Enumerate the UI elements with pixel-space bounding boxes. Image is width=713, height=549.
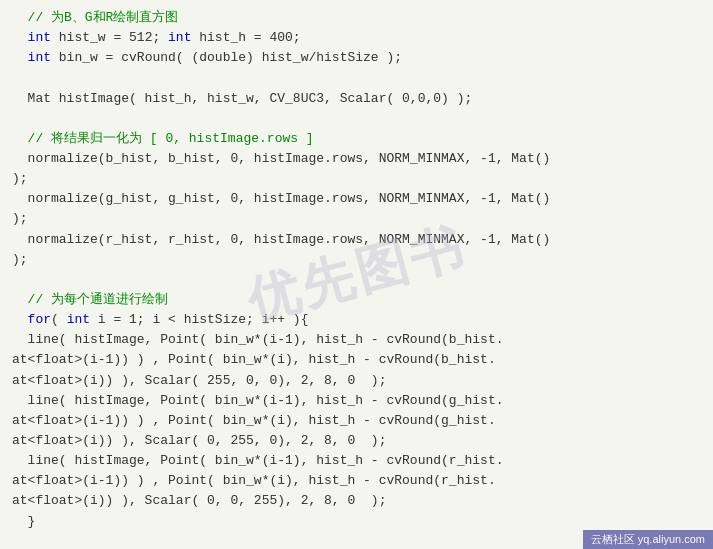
code-line-blank <box>0 109 713 129</box>
code-line-blank <box>0 270 713 290</box>
code-line: // 为每个通道进行绘制 <box>0 290 713 310</box>
code-line: // 为B、G和R绘制直方图 <box>0 8 713 28</box>
keyword-for: for <box>28 312 51 327</box>
code-line: ); <box>0 250 713 270</box>
code-line: at<float>(i)) ), Scalar( 255, 0, 0), 2, … <box>0 371 713 391</box>
code-line-blank <box>0 68 713 88</box>
code-line: line( histImage, Point( bin_w*(i-1), his… <box>0 330 713 350</box>
code-line: ); <box>0 169 713 189</box>
keyword-int2: int <box>168 30 191 45</box>
footer-bar: 云栖社区 yq.aliyun.com <box>583 530 713 549</box>
keyword-int: int <box>28 30 51 45</box>
code-container: // 为B、G和R绘制直方图 int hist_w = 512; int his… <box>0 0 713 549</box>
code-line: for( int i = 1; i < histSize; i++ ){ <box>0 310 713 330</box>
code-line: at<float>(i-1)) ) , Point( bin_w*(i), hi… <box>0 411 713 431</box>
comment2: // 将结果归一化为 [ 0, histImage.rows ] <box>28 131 314 146</box>
code-line: at<float>(i)) ), Scalar( 0, 0, 255), 2, … <box>0 491 713 511</box>
code-line: normalize(g_hist, g_hist, 0, histImage.r… <box>0 189 713 209</box>
keyword-int4: int <box>67 312 90 327</box>
code-line: } <box>0 512 713 532</box>
comment: // 为B、G和R绘制直方图 <box>28 10 179 25</box>
code-line: Mat histImage( hist_h, hist_w, CV_8UC3, … <box>0 89 713 109</box>
code-line: line( histImage, Point( bin_w*(i-1), his… <box>0 391 713 411</box>
code-line: at<float>(i-1)) ) , Point( bin_w*(i), hi… <box>0 350 713 370</box>
code-line: // 将结果归一化为 [ 0, histImage.rows ] <box>0 129 713 149</box>
code-line: normalize(b_hist, b_hist, 0, histImage.r… <box>0 149 713 169</box>
comment3: // 为每个通道进行绘制 <box>28 292 168 307</box>
code-line: at<float>(i)) ), Scalar( 0, 255, 0), 2, … <box>0 431 713 451</box>
code-line: normalize(r_hist, r_hist, 0, histImage.r… <box>0 230 713 250</box>
code-line: line( histImage, Point( bin_w*(i-1), his… <box>0 451 713 471</box>
code-line: int hist_w = 512; int hist_h = 400; <box>0 28 713 48</box>
code-line: ); <box>0 209 713 229</box>
keyword-int3: int <box>28 50 51 65</box>
code-line: int bin_w = cvRound( (double) hist_w/his… <box>0 48 713 68</box>
code-line: at<float>(i-1)) ) , Point( bin_w*(i), hi… <box>0 471 713 491</box>
